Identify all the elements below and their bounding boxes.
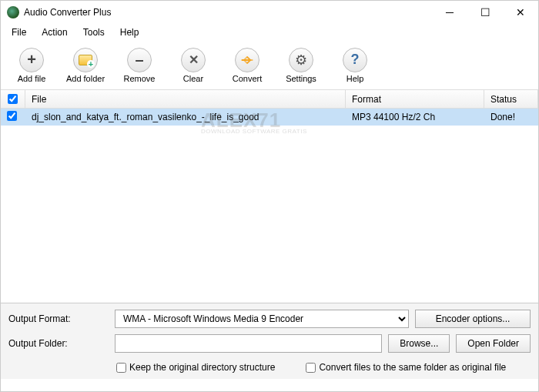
plus-icon [27, 51, 36, 69]
row-file-cell: dj_slon_and_katya_ft._roman_vasilenko_-_… [25, 112, 346, 122]
output-format-label: Output Format: [8, 313, 109, 324]
keep-structure-label: Keep the original directory structure [129, 362, 275, 373]
settings-button[interactable]: Settings [278, 48, 324, 83]
folder-plus-icon [79, 55, 92, 65]
clear-button[interactable]: Clear [170, 48, 216, 83]
add-file-button[interactable]: Add file [8, 48, 55, 83]
add-file-label: Add file [18, 74, 46, 83]
select-all-checkbox[interactable] [8, 94, 18, 104]
help-icon [351, 52, 360, 68]
header-checkbox-col [1, 90, 25, 108]
same-folder-label: Convert files to the same folder as orig… [319, 362, 506, 373]
clear-label: Clear [183, 74, 203, 83]
output-format-select[interactable]: WMA - Microsoft Windows Media 9 Encoder [115, 310, 409, 328]
toolbar: Add file Add folder Remove Clear Convert… [1, 41, 538, 90]
menu-help[interactable]: Help [112, 25, 147, 39]
convert-icon [239, 52, 256, 69]
convert-label: Convert [233, 74, 263, 83]
browse-button[interactable]: Browse... [388, 334, 450, 353]
maximize-button[interactable]: ☐ [467, 1, 503, 24]
output-folder-label: Output Folder: [8, 338, 109, 349]
menu-action[interactable]: Action [34, 25, 75, 39]
menu-tools[interactable]: Tools [75, 25, 112, 39]
remove-label: Remove [124, 74, 156, 83]
header-format[interactable]: Format [346, 90, 484, 108]
window-controls: ─ ☐ ✕ [432, 1, 538, 24]
remove-button[interactable]: Remove [116, 48, 162, 83]
keep-structure-checkbox[interactable] [116, 363, 126, 373]
window-title: Audio Converter Plus [24, 7, 432, 18]
title-bar: Audio Converter Plus ─ ☐ ✕ [1, 1, 538, 24]
output-folder-row: Output Folder: Browse... Open Folder [8, 334, 531, 353]
header-status[interactable]: Status [484, 90, 538, 108]
output-format-row: Output Format: WMA - Microsoft Windows M… [8, 310, 531, 328]
keep-structure-option[interactable]: Keep the original directory structure [116, 362, 275, 373]
add-folder-label: Add folder [66, 74, 105, 83]
row-status-cell: Done! [484, 112, 538, 122]
settings-label: Settings [286, 74, 316, 83]
table-row[interactable]: dj_slon_and_katya_ft._roman_vasilenko_-_… [1, 109, 538, 126]
x-icon [189, 52, 199, 67]
column-headers: File Format Status [1, 90, 538, 109]
minimize-button[interactable]: ─ [432, 1, 467, 24]
row-format-cell: MP3 44100 Hz/2 Ch [346, 112, 484, 122]
encoder-options-button[interactable]: Encoder options... [415, 310, 531, 328]
menu-bar: File Action Tools Help [1, 24, 538, 41]
same-folder-checkbox[interactable] [306, 363, 316, 373]
output-folder-input[interactable] [115, 334, 382, 353]
minus-icon [135, 51, 143, 69]
gear-icon [295, 52, 307, 69]
convert-button[interactable]: Convert [224, 48, 270, 83]
file-list: dj_slon_and_katya_ft._roman_vasilenko_-_… [1, 109, 538, 303]
row-checkbox[interactable] [7, 111, 17, 121]
app-icon [7, 6, 19, 18]
options-row: Keep the original directory structure Co… [8, 359, 531, 376]
help-label: Help [346, 74, 364, 83]
open-folder-button[interactable]: Open Folder [456, 334, 531, 353]
menu-file[interactable]: File [4, 25, 34, 39]
help-button[interactable]: Help [332, 48, 378, 83]
bottom-panel: Output Format: WMA - Microsoft Windows M… [1, 303, 538, 379]
header-file[interactable]: File [25, 90, 346, 108]
close-button[interactable]: ✕ [503, 1, 538, 24]
add-folder-button[interactable]: Add folder [62, 48, 109, 83]
same-folder-option[interactable]: Convert files to the same folder as orig… [306, 362, 506, 373]
row-checkbox-cell [1, 111, 25, 123]
